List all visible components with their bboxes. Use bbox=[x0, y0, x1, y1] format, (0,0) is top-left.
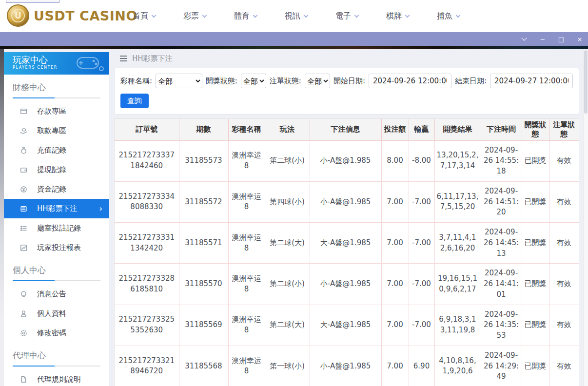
table-cell: 13,20,15,2,7,17,3,14 bbox=[434, 140, 481, 181]
column-header-玩法: 玩法 bbox=[265, 119, 310, 140]
sidebar: 玩家中心 PLAYERS CENTER 財務中心存款專區取款專區充值記錄提現記錄… bbox=[4, 52, 109, 386]
table-cell: 7.00 bbox=[381, 181, 409, 222]
column-header-開獎狀態: 開獎狀態 bbox=[522, 119, 549, 140]
table-row: 215217273321894672031185568澳洲幸运8第一球(小)小-… bbox=[115, 346, 579, 386]
sidebar-section-head: 個人中心 bbox=[4, 257, 109, 281]
close-button[interactable]: × bbox=[575, 35, 584, 43]
table-cell: 2024-09-26 14:35:53 bbox=[481, 305, 522, 346]
sidebar-item-資金記錄[interactable]: 資金記錄 bbox=[4, 179, 109, 199]
book-icon bbox=[20, 205, 28, 213]
sidebar-item-充值記錄[interactable]: 充值記錄 bbox=[4, 140, 109, 160]
order-status-label: 注單狀態: bbox=[270, 77, 301, 86]
sidebar-item-玩家投注報表[interactable]: 玩家投注報表 bbox=[4, 238, 109, 257]
minimize-button[interactable]: − bbox=[538, 35, 547, 43]
sidebar-section-head: 財務中心 bbox=[4, 75, 109, 98]
chart-icon bbox=[20, 244, 28, 252]
table-cell: 2024-09-26 14:29:49 bbox=[481, 346, 522, 386]
background-image-strip bbox=[0, 46, 588, 49]
page-title: HH彩票下注 bbox=[132, 54, 173, 63]
logo: U USDT CASINO bbox=[7, 4, 137, 27]
lottery-name-label: 彩種名稱: bbox=[120, 77, 152, 86]
nav-item-1[interactable]: 首頁 bbox=[133, 11, 156, 21]
nav-item-7[interactable]: 捕魚 bbox=[437, 11, 460, 21]
order-status-select[interactable]: 全部 bbox=[305, 74, 330, 88]
section-divider bbox=[13, 280, 100, 281]
sidebar-item-消息公告[interactable]: 消息公告 bbox=[4, 284, 109, 304]
sidebar-item-個人資料[interactable]: 個人資料 bbox=[4, 304, 109, 323]
table-cell: 8.00 bbox=[381, 140, 409, 181]
table-cell: 第二球(大) bbox=[265, 223, 310, 264]
table-cell: 澳洲幸运8 bbox=[228, 181, 265, 222]
file-icon bbox=[20, 375, 28, 384]
maximize-button[interactable]: □ bbox=[557, 35, 566, 43]
vertical-scrollbar[interactable] bbox=[583, 49, 588, 386]
nav-item-5[interactable]: 電子 bbox=[335, 11, 358, 21]
draw-status-select[interactable]: 全部 bbox=[241, 74, 266, 88]
sidebar-section-title: 代理中心 bbox=[13, 350, 100, 366]
sidebar-header: 玩家中心 PLAYERS CENTER bbox=[4, 52, 109, 75]
table-row: 215217273334808833031185572澳洲幸运8第四球(小)小-… bbox=[115, 181, 579, 222]
table-cell: -7.00 bbox=[409, 181, 434, 222]
nav-item-label: 彩票 bbox=[183, 11, 199, 21]
table-cell: 小-A盤@1.985 bbox=[310, 346, 381, 386]
table-cell: 有效 bbox=[549, 346, 579, 386]
chevron-down-button[interactable] bbox=[520, 35, 529, 43]
menu-icon[interactable] bbox=[120, 56, 127, 61]
sidebar-item-label: 修改密碼 bbox=[37, 328, 66, 338]
sidebar-item-label: 充值記錄 bbox=[37, 146, 66, 155]
chevron-down-icon bbox=[253, 13, 258, 18]
column-header-注單狀態: 注單狀態 bbox=[549, 119, 579, 140]
window-titlebar: −□× bbox=[0, 32, 588, 46]
table-row: 215217273337184246031185573澳洲幸运8第二球(小)小-… bbox=[115, 140, 579, 181]
lottery-name-select[interactable]: 全部 bbox=[156, 74, 202, 88]
nav-item-label: 視訊 bbox=[285, 11, 300, 21]
sidebar-item-取款專區[interactable]: 取款專區 bbox=[4, 121, 109, 140]
draw-status-label: 開獎狀態: bbox=[206, 77, 237, 86]
hand-icon bbox=[20, 127, 28, 135]
table-cell: 2152172733286185810 bbox=[115, 264, 179, 305]
nav-item-2[interactable]: 彩票 bbox=[183, 11, 206, 21]
end-date-input[interactable] bbox=[490, 74, 573, 88]
start-date-input[interactable] bbox=[369, 74, 451, 88]
table-cell: 有效 bbox=[549, 223, 579, 264]
sidebar-item-label: 提現記錄 bbox=[37, 165, 66, 174]
nav-item-4[interactable]: 視訊 bbox=[285, 11, 308, 21]
sidebar-item-存款專區[interactable]: 存款專區 bbox=[4, 101, 109, 121]
chevron-down-icon bbox=[354, 13, 359, 18]
wallet-icon bbox=[20, 166, 28, 174]
sidebar-item-HH彩票下注[interactable]: HH彩票下注› bbox=[4, 199, 109, 218]
main-nav: 首頁彩票體育視訊電子棋牌捕魚 bbox=[133, 0, 460, 32]
sidebar-item-提現記錄[interactable]: 提現記錄 bbox=[4, 160, 109, 179]
nav-item-6[interactable]: 棋牌 bbox=[386, 11, 409, 21]
nav-item-label: 體育 bbox=[234, 11, 250, 21]
column-header-開獎結果: 開獎結果 bbox=[434, 119, 481, 140]
table-cell: 澳洲幸运8 bbox=[228, 223, 265, 264]
column-header-彩種名稱: 彩種名稱 bbox=[228, 119, 265, 140]
chevron-down-icon bbox=[456, 13, 461, 18]
logo-text: USDT CASINO bbox=[34, 8, 137, 23]
table-cell: 6.90 bbox=[409, 346, 434, 386]
table-cell: 7.00 bbox=[381, 223, 409, 264]
table-cell: 31185571 bbox=[179, 223, 228, 264]
sidebar-item-代理規則說明[interactable]: 代理規則說明 bbox=[4, 369, 109, 386]
table-cell: 第四球(小) bbox=[265, 181, 310, 222]
table-cell: 有效 bbox=[549, 264, 579, 305]
table-cell: 2024-09-26 14:45:13 bbox=[481, 223, 522, 264]
table-cell: 澳洲幸运8 bbox=[228, 264, 265, 305]
chevron-right-icon: › bbox=[99, 204, 102, 213]
sidebar-item-修改密碼[interactable]: 修改密碼 bbox=[4, 323, 109, 343]
scrollbar-thumb[interactable] bbox=[584, 50, 588, 114]
search-button[interactable]: 查詢 bbox=[120, 94, 149, 108]
nav-item-label: 捕魚 bbox=[437, 11, 452, 21]
table-cell: 第二球(小) bbox=[265, 140, 310, 181]
gamepad-icon bbox=[74, 54, 105, 73]
table-cell: 澳洲幸运8 bbox=[228, 305, 265, 346]
main-content: HH彩票下注 彩種名稱: 全部 開獎狀態: 全部 注單狀態: 全部 開始日期: … bbox=[113, 49, 583, 386]
clipboard-icon bbox=[20, 224, 28, 232]
table-cell: 已開獎 bbox=[522, 181, 549, 222]
sidebar-item-廳室投註記錄[interactable]: 廳室投註記錄 bbox=[4, 218, 109, 238]
table-cell: 已開獎 bbox=[522, 223, 549, 264]
nav-item-3[interactable]: 體育 bbox=[234, 11, 257, 21]
start-date-label: 開始日期: bbox=[333, 77, 365, 86]
bets-table-panel: 訂單號期數彩種名稱玩法下注信息投注額輸贏開獎結果下注時間開獎狀態注單狀態 215… bbox=[114, 118, 579, 386]
